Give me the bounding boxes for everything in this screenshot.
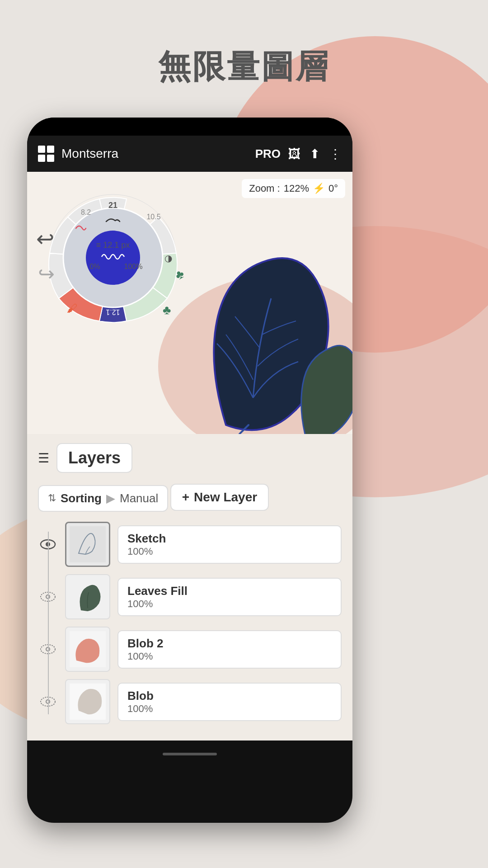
header-actions: 🖼 ⬆ ⋮ xyxy=(288,146,342,161)
layers-header-row: ☰ Layers xyxy=(38,443,342,473)
layer-details: Blob 2 100% xyxy=(117,630,342,669)
layer-opacity: 100% xyxy=(127,703,332,715)
canvas-area[interactable]: Zoom : 122% ⚡ 0° xyxy=(27,172,352,434)
phone-frame: Montserra PRO 🖼 ⬆ ⋮ Zoom : 122% ⚡ 0° xyxy=(27,118,352,823)
layers-panel: ☰ Layers ⇅ Sorting ▶ Manual + New Layer xyxy=(27,434,352,741)
rotation-value: 0° xyxy=(328,183,338,194)
pro-badge: PRO xyxy=(255,147,281,161)
layer-opacity: 100% xyxy=(127,546,332,557)
layer-opacity: 100% xyxy=(127,598,332,610)
svg-point-2 xyxy=(86,231,140,285)
layer-item[interactable]: Sketch 100% xyxy=(38,522,342,567)
share-icon[interactable]: ⬆ xyxy=(310,146,320,161)
app-name: Montserra xyxy=(61,146,248,161)
new-layer-button[interactable]: + New Layer xyxy=(170,484,269,511)
zoom-label: Zoom : xyxy=(249,183,280,194)
layer-name: Blob xyxy=(127,689,332,703)
svg-text:12.1: 12.1 xyxy=(106,308,120,316)
layer-item[interactable]: Leaves Fill 100% xyxy=(38,574,342,619)
new-layer-label: New Layer xyxy=(194,490,257,505)
layer-item[interactable]: Blob 100% xyxy=(38,679,342,724)
layers-menu-icon: ☰ xyxy=(38,451,49,466)
zoom-value: 122% xyxy=(284,183,309,194)
layer-connector-line xyxy=(48,532,49,714)
page-title: 無限量圖層 xyxy=(0,45,488,89)
sorting-button[interactable]: ⇅ Sorting ▶ Manual xyxy=(38,485,168,512)
zoom-flash-icon: ⚡ xyxy=(313,183,325,194)
svg-text:≡ 12.1 px: ≡ 12.1 px xyxy=(96,241,130,250)
status-bar xyxy=(27,118,352,136)
redo-button[interactable]: ↩ xyxy=(38,262,55,285)
gallery-icon[interactable]: 🖼 xyxy=(288,146,300,161)
layer-thumbnail xyxy=(65,627,110,672)
phone-bottom-bar xyxy=(27,741,352,768)
grid-icon[interactable] xyxy=(38,146,54,162)
new-layer-plus-icon: + xyxy=(182,490,189,505)
undo-button[interactable]: ↩ xyxy=(36,226,54,251)
svg-text:🖌: 🖌 xyxy=(67,302,78,314)
sort-divider: ▶ xyxy=(106,491,115,505)
sorting-mode: Manual xyxy=(120,491,158,505)
layer-opacity: 100% xyxy=(127,651,332,662)
layer-item[interactable]: Blob 2 100% xyxy=(38,627,342,672)
layer-details: Sketch 100% xyxy=(117,525,342,564)
home-indicator xyxy=(163,753,217,755)
app-header: Montserra PRO 🖼 ⬆ ⋮ xyxy=(27,136,352,172)
layer-name: Leaves Fill xyxy=(127,584,332,598)
more-icon[interactable]: ⋮ xyxy=(329,146,342,161)
layers-title: Layers xyxy=(56,443,132,473)
sort-arrows-icon: ⇅ xyxy=(48,492,56,504)
svg-text:8.2: 8.2 xyxy=(81,208,91,216)
layer-name: Blob 2 xyxy=(127,637,332,651)
layer-details: Blob 100% xyxy=(117,683,342,721)
svg-rect-17 xyxy=(70,526,106,562)
canvas-illustration-2 xyxy=(271,330,352,434)
sorting-label: Sorting xyxy=(61,491,102,505)
layer-thumbnail xyxy=(65,679,110,724)
layer-thumbnail xyxy=(65,574,110,619)
layers-list: Sketch 100% xyxy=(38,522,342,724)
layer-name: Sketch xyxy=(127,532,332,546)
svg-text:0%: 0% xyxy=(89,263,100,270)
zoom-indicator: Zoom : 122% ⚡ 0° xyxy=(242,179,345,198)
layer-thumbnail xyxy=(65,522,110,567)
layer-details: Leaves Fill 100% xyxy=(117,578,342,616)
svg-text:21: 21 xyxy=(108,201,117,210)
